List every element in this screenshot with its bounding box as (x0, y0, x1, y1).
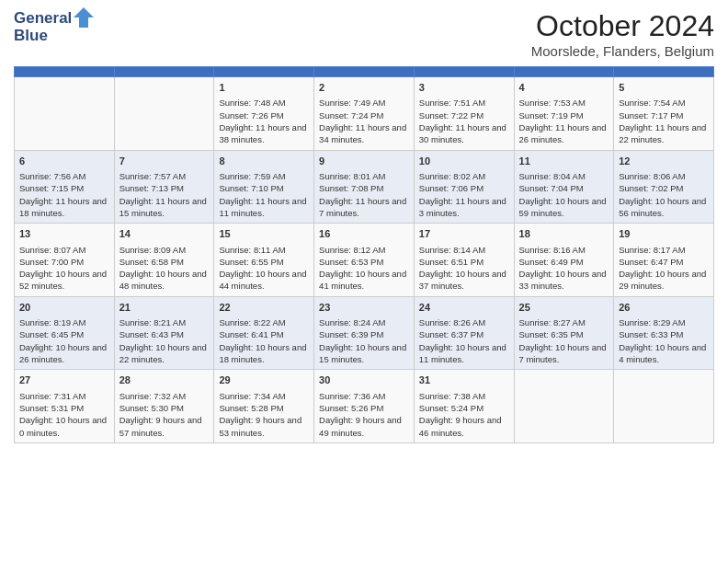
table-row (614, 370, 714, 443)
day-number: 2 (319, 81, 409, 95)
day-number: 1 (219, 81, 309, 95)
header-wednesday (314, 67, 415, 77)
day-number: 29 (219, 373, 309, 387)
day-info: Sunset: 7:19 PM (519, 109, 609, 121)
page-container: General Blue October 2024 Moorslede, Fla… (0, 0, 728, 448)
day-info: Daylight: 11 hours and 11 minutes. (219, 195, 309, 220)
day-info: Daylight: 11 hours and 15 minutes. (119, 195, 210, 220)
month-title: October 2024 (531, 9, 714, 43)
table-row: 9Sunrise: 8:01 AMSunset: 7:08 PMDaylight… (314, 150, 415, 224)
table-row: 25Sunrise: 8:27 AMSunset: 6:35 PMDayligh… (514, 296, 614, 370)
table-row (514, 370, 614, 443)
table-row: 19Sunrise: 8:17 AMSunset: 6:47 PMDayligh… (614, 224, 714, 297)
day-info: Daylight: 11 hours and 7 minutes. (319, 195, 409, 220)
table-row: 15Sunrise: 8:11 AMSunset: 6:55 PMDayligh… (214, 224, 314, 297)
day-info: Daylight: 9 hours and 49 minutes. (319, 414, 409, 439)
day-info: Sunrise: 7:31 AM (19, 390, 109, 402)
day-info: Daylight: 10 hours and 22 minutes. (119, 341, 210, 366)
day-info: Daylight: 10 hours and 33 minutes. (519, 268, 609, 293)
header: General Blue October 2024 Moorslede, Fla… (14, 9, 714, 59)
day-info: Daylight: 9 hours and 46 minutes. (419, 414, 509, 439)
day-info: Sunrise: 7:54 AM (619, 97, 709, 109)
day-info: Sunset: 7:15 PM (19, 182, 109, 194)
day-number: 5 (619, 81, 709, 95)
day-info: Sunset: 5:31 PM (19, 402, 109, 414)
table-row: 20Sunrise: 8:19 AMSunset: 6:45 PMDayligh… (15, 296, 115, 370)
day-info: Daylight: 10 hours and 29 minutes. (619, 268, 709, 293)
day-info: Sunrise: 7:36 AM (319, 390, 409, 402)
day-number: 28 (119, 373, 210, 387)
day-info: Sunset: 6:43 PM (119, 328, 210, 340)
day-info: Sunrise: 8:29 AM (619, 316, 709, 328)
day-info: Sunset: 5:24 PM (419, 402, 509, 414)
header-sunday (15, 67, 115, 77)
day-info: Sunset: 6:58 PM (119, 256, 210, 268)
day-info: Sunrise: 7:53 AM (519, 97, 609, 109)
table-row: 17Sunrise: 8:14 AMSunset: 6:51 PMDayligh… (414, 224, 514, 297)
header-monday (114, 67, 214, 77)
day-number: 30 (319, 373, 409, 387)
day-info: Daylight: 10 hours and 44 minutes. (219, 268, 309, 293)
table-row: 26Sunrise: 8:29 AMSunset: 6:33 PMDayligh… (614, 296, 714, 370)
header-saturday (614, 67, 714, 77)
table-row (114, 77, 214, 151)
table-row: 31Sunrise: 7:38 AMSunset: 5:24 PMDayligh… (414, 370, 514, 443)
day-info: Sunrise: 7:32 AM (119, 390, 210, 402)
day-number: 31 (419, 373, 509, 387)
day-info: Sunrise: 8:14 AM (419, 244, 509, 256)
day-info: Sunset: 7:00 PM (19, 256, 109, 268)
day-number: 17 (419, 227, 509, 241)
day-info: Sunrise: 7:48 AM (219, 97, 309, 109)
calendar-week-row: 6Sunrise: 7:56 AMSunset: 7:15 PMDaylight… (15, 150, 714, 224)
day-info: Sunrise: 8:24 AM (319, 316, 409, 328)
day-info: Sunset: 6:45 PM (19, 328, 109, 340)
day-info: Sunrise: 8:01 AM (319, 170, 409, 182)
day-info: Sunrise: 8:19 AM (19, 316, 109, 328)
day-info: Daylight: 10 hours and 48 minutes. (119, 268, 210, 293)
day-info: Daylight: 10 hours and 59 minutes. (519, 195, 609, 220)
day-number: 7 (119, 155, 210, 168)
table-row: 4Sunrise: 7:53 AMSunset: 7:19 PMDaylight… (514, 77, 614, 151)
day-info: Sunset: 7:17 PM (619, 109, 709, 121)
day-info: Daylight: 10 hours and 7 minutes. (519, 341, 609, 366)
table-row: 11Sunrise: 8:04 AMSunset: 7:04 PMDayligh… (514, 150, 614, 224)
day-info: Daylight: 11 hours and 22 minutes. (619, 121, 709, 146)
day-info: Sunrise: 8:02 AM (419, 170, 509, 182)
table-row: 18Sunrise: 8:16 AMSunset: 6:49 PMDayligh… (514, 224, 614, 297)
day-info: Sunrise: 8:06 AM (619, 170, 709, 182)
table-row: 1Sunrise: 7:48 AMSunset: 7:26 PMDaylight… (214, 77, 314, 151)
logo: General Blue (14, 9, 94, 45)
day-info: Sunrise: 8:12 AM (319, 244, 409, 256)
table-row: 6Sunrise: 7:56 AMSunset: 7:15 PMDaylight… (15, 150, 115, 224)
day-info: Daylight: 11 hours and 30 minutes. (419, 121, 509, 146)
day-number: 4 (519, 81, 609, 95)
day-info: Daylight: 10 hours and 15 minutes. (319, 341, 409, 366)
table-row: 12Sunrise: 8:06 AMSunset: 7:02 PMDayligh… (614, 150, 714, 224)
table-row: 14Sunrise: 8:09 AMSunset: 6:58 PMDayligh… (114, 224, 214, 297)
table-row: 28Sunrise: 7:32 AMSunset: 5:30 PMDayligh… (114, 370, 214, 443)
day-info: Sunrise: 7:57 AM (119, 170, 210, 182)
day-info: Sunset: 6:33 PM (619, 328, 709, 340)
day-info: Sunrise: 8:11 AM (219, 244, 309, 256)
day-info: Daylight: 10 hours and 26 minutes. (19, 341, 109, 366)
calendar-week-row: 1Sunrise: 7:48 AMSunset: 7:26 PMDaylight… (15, 77, 714, 151)
table-row: 23Sunrise: 8:24 AMSunset: 6:39 PMDayligh… (314, 296, 415, 370)
svg-marker-0 (74, 7, 94, 28)
day-info: Daylight: 11 hours and 34 minutes. (319, 121, 409, 146)
day-number: 27 (19, 373, 109, 387)
day-info: Sunset: 7:04 PM (519, 182, 609, 194)
day-number: 10 (419, 155, 509, 168)
day-info: Sunset: 6:53 PM (319, 256, 409, 268)
table-row: 7Sunrise: 7:57 AMSunset: 7:13 PMDaylight… (114, 150, 214, 224)
day-number: 23 (319, 301, 409, 315)
table-row: 22Sunrise: 8:22 AMSunset: 6:41 PMDayligh… (214, 296, 314, 370)
calendar-week-row: 20Sunrise: 8:19 AMSunset: 6:45 PMDayligh… (15, 296, 714, 370)
day-number: 6 (19, 155, 109, 168)
day-info: Sunset: 7:26 PM (219, 109, 309, 121)
day-info: Sunset: 6:35 PM (519, 328, 609, 340)
day-info: Sunrise: 8:09 AM (119, 244, 210, 256)
calendar-body: 1Sunrise: 7:48 AMSunset: 7:26 PMDaylight… (15, 77, 714, 443)
day-info: Sunrise: 7:51 AM (419, 97, 509, 109)
title-block: October 2024 Moorslede, Flanders, Belgiu… (531, 9, 714, 59)
day-info: Sunset: 7:08 PM (319, 182, 409, 194)
